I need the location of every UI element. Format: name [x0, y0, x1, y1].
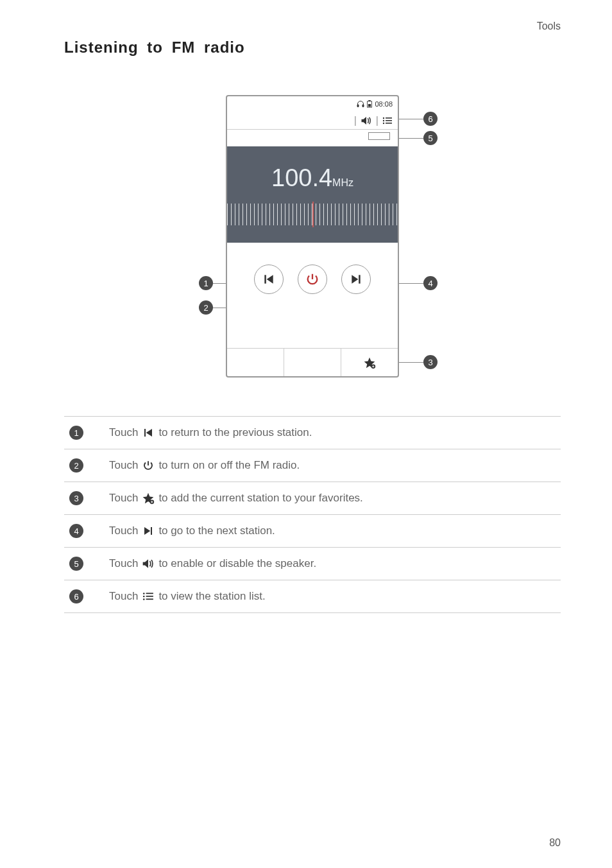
list-icon[interactable]: [382, 117, 393, 125]
row-badge-4: 4: [69, 524, 83, 538]
callout-5: 5: [423, 131, 438, 145]
svg-rect-1: [362, 105, 364, 107]
callout-4: 4: [423, 276, 438, 290]
row-pre: Touch: [109, 492, 138, 505]
table-row: 6 Touch to view the station list.: [64, 580, 561, 613]
row-desc-4: Touch to go to the next station.: [109, 525, 275, 537]
speaker-icon[interactable]: [361, 116, 372, 125]
row-desc-5: Touch to enable or disable the speaker.: [109, 557, 316, 570]
svg-rect-3: [369, 100, 371, 101]
top-icon-bar: | |: [227, 112, 398, 130]
next-button[interactable]: [341, 265, 371, 294]
callout-2: 2: [199, 300, 213, 315]
frequency-ruler[interactable]: [227, 204, 398, 225]
svg-rect-10: [386, 123, 392, 124]
bottom-bar: [227, 348, 398, 376]
row-post: to return to the previous station.: [158, 426, 312, 439]
row-post: to enable or disable the speaker.: [158, 557, 316, 570]
battery-status-icon: [366, 100, 373, 108]
row-badge-5: 5: [69, 557, 83, 571]
header-section-label: Tools: [537, 21, 561, 32]
frequency-unit: MHz: [332, 177, 353, 188]
row-badge-6: 6: [69, 589, 83, 603]
callout-6: 6: [423, 112, 438, 126]
row-badge-3: 3: [69, 491, 83, 505]
svg-point-7: [383, 119, 384, 121]
status-time: 08:08: [375, 100, 393, 108]
control-row: [227, 265, 398, 294]
list-icon: [142, 590, 155, 603]
frequency-value: 100.4: [271, 164, 332, 191]
svg-rect-11: [264, 275, 266, 283]
svg-rect-16: [151, 527, 152, 535]
row-desc-6: Touch to view the station list.: [109, 590, 266, 603]
row-desc-3: Touch to add the current station to your…: [109, 492, 363, 505]
tuner-handle: [227, 130, 398, 140]
svg-rect-6: [386, 117, 392, 119]
svg-point-5: [383, 117, 384, 118]
previous-button[interactable]: [254, 265, 284, 294]
page-number: 80: [549, 837, 561, 849]
row-pre: Touch: [109, 459, 138, 472]
svg-point-21: [143, 598, 145, 600]
separator-icon: |: [354, 115, 357, 126]
headphone-status-icon: [357, 100, 364, 108]
table-row: 5 Touch to enable or disable the speaker…: [64, 548, 561, 580]
svg-rect-22: [146, 598, 153, 600]
svg-rect-20: [146, 596, 153, 597]
row-post: to add the current station to your favor…: [158, 492, 362, 505]
page-title: Listening to FM radio: [64, 39, 561, 56]
row-badge-1: 1: [69, 426, 83, 440]
table-row: 4 Touch to go to the next station.: [64, 515, 561, 548]
row-desc-1: Touch to return to the previous station.: [109, 426, 312, 439]
frequency-display: 100.4MHz: [227, 146, 398, 243]
row-desc-2: Touch to turn on or off the FM radio.: [109, 459, 300, 472]
tuner-handle-box[interactable]: [368, 132, 390, 140]
svg-rect-4: [368, 104, 371, 107]
next-icon: [142, 525, 155, 537]
svg-rect-12: [359, 275, 361, 283]
speaker-icon: [142, 557, 155, 570]
svg-point-9: [383, 122, 384, 123]
bottom-cell-1[interactable]: [227, 349, 284, 376]
legend-table: 1 Touch to return to the previous statio…: [64, 416, 561, 613]
row-post: to view the station list.: [158, 590, 265, 603]
callout-1: 1: [199, 276, 213, 290]
svg-rect-14: [144, 429, 146, 437]
row-pre: Touch: [109, 590, 138, 603]
bottom-cell-favorite[interactable]: [341, 349, 398, 376]
callout-3: 3: [423, 355, 438, 369]
row-pre: Touch: [109, 557, 138, 570]
power-button[interactable]: [298, 265, 327, 294]
power-icon: [142, 459, 155, 472]
svg-rect-0: [357, 105, 359, 107]
svg-rect-8: [386, 120, 392, 121]
separator-icon: |: [376, 115, 378, 126]
callout-5-line: [398, 138, 423, 139]
previous-icon: [142, 426, 155, 439]
star-add-icon: [142, 492, 155, 505]
row-badge-2: 2: [69, 458, 83, 473]
status-bar: 08:08: [227, 96, 398, 112]
table-row: 2 Touch to turn on or off the FM radio.: [64, 449, 561, 482]
row-post: to go to the next station.: [158, 525, 275, 537]
svg-point-17: [143, 593, 145, 595]
svg-point-19: [143, 596, 145, 598]
svg-rect-18: [146, 593, 153, 594]
table-row: 1 Touch to return to the previous statio…: [64, 417, 561, 449]
row-post: to turn on or off the FM radio.: [158, 459, 300, 472]
phone-frame: 08:08 | | 100.4MHz: [226, 95, 399, 378]
radio-figure: 1 2 6 5 4 3 08:08 | |: [64, 95, 561, 378]
row-pre: Touch: [109, 426, 138, 439]
table-row: 3 Touch to add the current station to yo…: [64, 482, 561, 515]
bottom-cell-2[interactable]: [284, 349, 341, 376]
row-pre: Touch: [109, 525, 138, 537]
